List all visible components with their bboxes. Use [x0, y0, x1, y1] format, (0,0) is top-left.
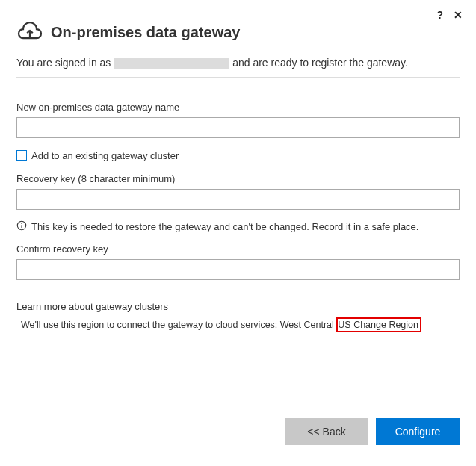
recovery-key-note: This key is needed to restore the gatewa… — [31, 221, 418, 232]
learn-more-link[interactable]: Learn more about gateway clusters — [16, 301, 168, 312]
change-region-highlight: US Change Region — [336, 317, 421, 332]
change-region-link[interactable]: Change Region — [353, 320, 418, 330]
signin-suffix: and are ready to register the gateway. — [229, 57, 408, 69]
svg-point-2 — [21, 223, 22, 223]
info-icon — [16, 220, 27, 233]
help-icon[interactable]: ? — [436, 9, 443, 21]
region-value-part: US — [338, 320, 353, 330]
recovery-key-label: Recovery key (8 character minimum) — [16, 173, 460, 184]
configure-button[interactable]: Configure — [376, 418, 460, 445]
region-prefix: We'll use this region to connect the gat… — [21, 320, 336, 330]
signin-prefix: You are signed in as — [16, 57, 114, 69]
gateway-name-input[interactable] — [16, 117, 460, 138]
confirm-key-label: Confirm recovery key — [16, 243, 460, 255]
back-button[interactable]: << Back — [285, 418, 368, 445]
recovery-key-input[interactable] — [16, 189, 460, 210]
add-cluster-checkbox[interactable] — [16, 150, 27, 161]
add-cluster-label: Add to an existing gateway cluster — [31, 150, 179, 161]
dialog-header: On-premises data gateway — [16, 18, 460, 47]
redacted-username — [114, 58, 229, 69]
region-info: We'll use this region to connect the gat… — [16, 320, 460, 330]
divider — [16, 77, 460, 78]
page-title: On-premises data gateway — [51, 24, 240, 41]
close-icon[interactable]: ✕ — [454, 9, 463, 21]
signin-status: You are signed in as and are ready to re… — [16, 56, 460, 71]
cloud-gateway-icon — [16, 18, 43, 47]
confirm-key-input[interactable] — [16, 259, 460, 280]
gateway-name-label: New on-premises data gateway name — [16, 102, 460, 113]
